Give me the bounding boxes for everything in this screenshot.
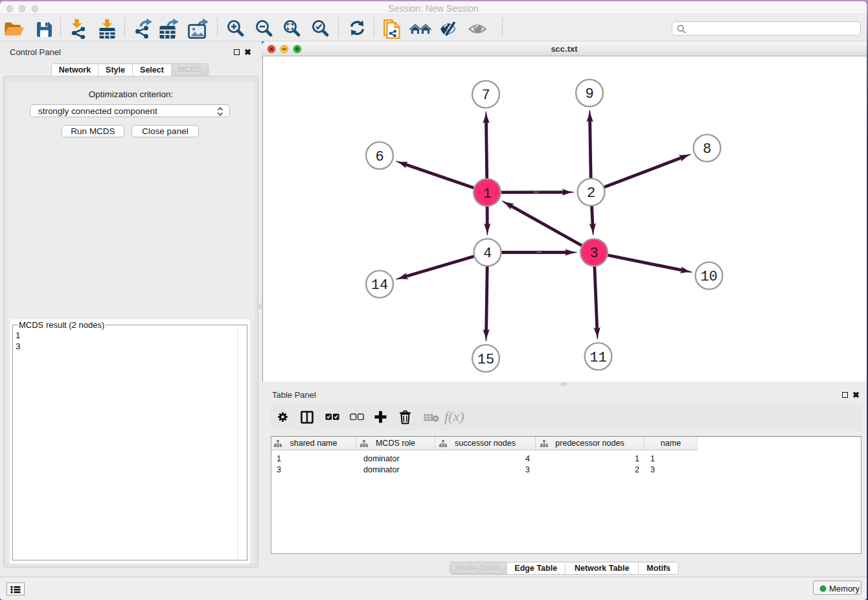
svg-text:14: 14 bbox=[371, 277, 387, 294]
svg-text:4: 4 bbox=[483, 246, 491, 262]
svg-text:9: 9 bbox=[585, 86, 593, 102]
svg-text:3: 3 bbox=[589, 246, 598, 262]
svg-text:2: 2 bbox=[586, 185, 595, 202]
svg-text:8: 8 bbox=[702, 141, 711, 157]
svg-text:7: 7 bbox=[481, 87, 490, 104]
svg-text:10: 10 bbox=[700, 269, 717, 285]
svg-text:11: 11 bbox=[589, 350, 606, 366]
svg-text:6: 6 bbox=[375, 149, 383, 165]
svg-text:15: 15 bbox=[477, 352, 494, 368]
svg-text:1: 1 bbox=[483, 186, 491, 202]
